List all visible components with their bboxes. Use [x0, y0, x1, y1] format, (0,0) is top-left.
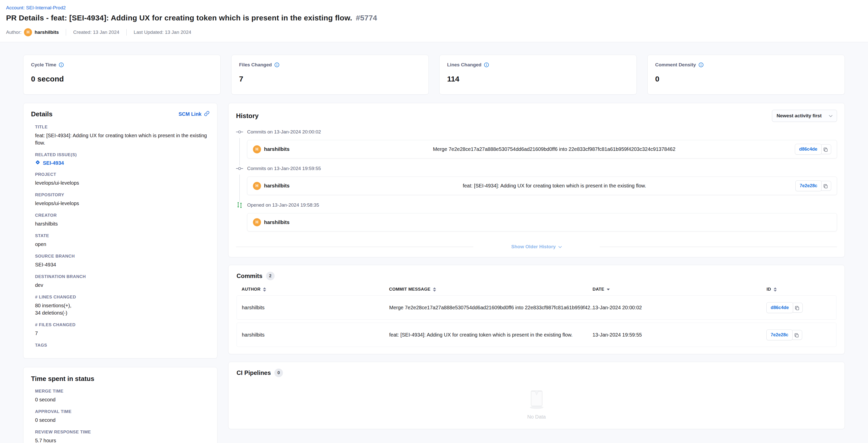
history-item-opened: Opened on 13-Jan-2024 19:58:35 H harshil…	[236, 201, 837, 237]
sort-desc-icon	[607, 289, 610, 290]
avatar: H	[24, 28, 32, 36]
history-item-label: Commits on 13-Jan-2024 20:00:02	[247, 129, 321, 135]
author-label: Author:	[6, 30, 22, 35]
scm-link[interactable]: SCM Link	[179, 111, 210, 118]
metric-card-comment-density: Comment Density 0	[647, 55, 845, 95]
detail-field-repository: REPOSITORY levelops/ui-levelops	[35, 193, 210, 207]
related-issue-link[interactable]: SEI-4934	[35, 160, 64, 166]
chevron-down-icon	[829, 113, 833, 119]
time-field-review-response: REVIEW RESPONSE TIME 5.7 hours	[35, 430, 210, 443]
commit-table-row: harshilbits Merge 7e2e28ce17a27a888e5307…	[237, 295, 836, 320]
copy-icon[interactable]	[820, 181, 831, 191]
commits-title: Commits	[237, 272, 262, 279]
cell-commit-message: Merge 7e2e28ce17a27a888e530754dd6ad21609…	[389, 305, 592, 311]
page-title-row: PR Details - feat: [SEI-4934]: Adding UX…	[6, 13, 858, 22]
history-opened-card: H harshilbits	[247, 213, 837, 231]
copy-icon[interactable]	[792, 303, 803, 313]
time-field-merge: MERGE TIME 0 second	[35, 389, 210, 404]
history-item-commit: Commits on 13-Jan-2024 20:00:02 H harshi…	[236, 128, 837, 165]
detail-field-related-issues: RELATED ISSUE(S) SEI-4934	[35, 152, 210, 166]
page-title: PR Details - feat: [SEI-4934]: Adding UX…	[6, 13, 352, 22]
column-header-date[interactable]: DATE	[593, 287, 767, 292]
page-header: Account: SEI-Internal-Prod2 PR Details -…	[0, 0, 868, 42]
commit-hash-button[interactable]: 7e2e28c	[795, 180, 822, 191]
author-row: Author: H harshilbits Created: 13 Jan 20…	[6, 28, 858, 36]
no-data-label: No Data	[527, 414, 546, 420]
cell-commit-message: feat: [SEI-4934]: Adding UX for creating…	[389, 332, 592, 338]
commit-author: harshilbits	[264, 183, 289, 189]
detail-field-destination-branch: DESTINATION BRANCH dev	[35, 274, 210, 289]
pr-number: #5774	[356, 13, 377, 22]
metric-label: Files Changed	[239, 62, 272, 68]
show-older-history-button[interactable]: Show Older History	[511, 244, 562, 249]
divider	[66, 29, 66, 36]
metric-card-cycle-time: Cycle Time 0 second	[23, 55, 221, 95]
detail-field-state: STATE open	[35, 233, 210, 248]
time-field-approval: APPROVAL TIME 0 second	[35, 409, 210, 424]
account-breadcrumb-link[interactable]: Account: SEI-Internal-Prod2	[6, 5, 66, 10]
avatar: H	[253, 218, 261, 226]
time-spent-panel: Time spent in status MERGE TIME 0 second…	[23, 367, 217, 443]
commit-message: feat: [SEI-4934]: Adding UX for creating…	[313, 183, 795, 189]
history-sort-dropdown[interactable]: Newest activity first	[772, 110, 837, 122]
commit-table-row: harshilbits feat: [SEI-4934]: Adding UX …	[237, 323, 836, 347]
info-icon[interactable]	[699, 62, 704, 67]
jira-issue-icon	[35, 160, 40, 166]
column-header-author[interactable]: AUTHOR	[242, 287, 389, 292]
history-item-commit: Commits on 13-Jan-2024 19:59:55 H harshi…	[236, 165, 837, 201]
sort-icon	[774, 287, 777, 292]
commit-hash-button[interactable]: d86c4de	[795, 144, 822, 155]
metric-card-files-changed: Files Changed 7	[231, 55, 429, 95]
detail-field-lines-changed: # LINES CHANGED 80 insertions(+), 34 del…	[35, 295, 210, 317]
info-icon[interactable]	[484, 62, 489, 67]
column-header-id[interactable]: ID	[767, 287, 831, 292]
commit-author: harshilbits	[264, 219, 289, 225]
ci-pipelines-count-badge: 0	[274, 368, 283, 377]
detail-field-source-branch: SOURCE BRANCH SEI-4934	[35, 254, 210, 268]
divider	[126, 29, 127, 36]
page-content: Cycle Time 0 second Files Changed 7 Line…	[0, 42, 868, 443]
commit-hash-button[interactable]: 7e2e28c	[766, 329, 793, 340]
history-title: History	[236, 112, 259, 120]
detail-field-title: TITLE feat: [SEI-4934]: Adding UX for cr…	[35, 125, 210, 147]
sort-icon	[433, 287, 436, 292]
detail-field-project: PROJECT levelops/ui-levelops	[35, 172, 210, 187]
created-date: Created: 13 Jan 2024	[73, 30, 119, 35]
show-older-history-row: Show Older History	[236, 244, 837, 249]
details-panel: Details SCM Link TITLE feat: [SEI-4934]:…	[23, 103, 217, 358]
metric-label: Cycle Time	[31, 62, 56, 68]
cell-author: harshilbits	[242, 305, 389, 311]
git-commit-icon	[236, 166, 243, 171]
metric-label: Comment Density	[655, 62, 696, 68]
time-spent-title: Time spent in status	[31, 375, 210, 383]
commit-hash-button[interactable]: d86c4de	[766, 302, 793, 313]
metric-cards-row: Cycle Time 0 second Files Changed 7 Line…	[23, 55, 845, 95]
metric-card-lines-changed: Lines Changed 114	[439, 55, 637, 95]
avatar: H	[253, 182, 261, 190]
metric-value: 114	[447, 75, 629, 83]
history-item-label: Commits on 13-Jan-2024 19:59:55	[247, 166, 321, 171]
metric-value: 0 second	[31, 75, 213, 83]
cell-date: 13-Jan-2024 20:00:02	[593, 305, 766, 311]
git-commit-icon	[236, 129, 243, 135]
metric-label: Lines Changed	[447, 62, 482, 68]
column-header-commit-message[interactable]: COMMIT MESSAGE	[389, 287, 593, 292]
divider	[236, 247, 473, 247]
copy-icon[interactable]	[791, 330, 802, 340]
info-icon[interactable]	[274, 62, 279, 67]
metric-value: 7	[239, 75, 421, 83]
detail-field-tags: TAGS	[35, 343, 210, 348]
chevron-down-icon	[558, 244, 562, 249]
cell-date: 13-Jan-2024 19:59:55	[593, 332, 766, 338]
sort-icon	[263, 287, 266, 292]
author-name: harshilbits	[35, 30, 59, 35]
copy-icon[interactable]	[820, 144, 831, 154]
detail-field-creator: CREATOR harshilbits	[35, 213, 210, 228]
empty-box-icon	[525, 383, 549, 410]
info-icon[interactable]	[59, 62, 64, 67]
history-item-label: Opened on 13-Jan-2024 19:58:35	[247, 202, 319, 208]
commits-panel: Commits 2 AUTHOR COMMIT MESSAGE	[228, 265, 845, 354]
avatar: H	[253, 145, 261, 153]
history-panel: History Newest activity first Commits on…	[228, 103, 845, 257]
cell-author: harshilbits	[242, 332, 389, 338]
